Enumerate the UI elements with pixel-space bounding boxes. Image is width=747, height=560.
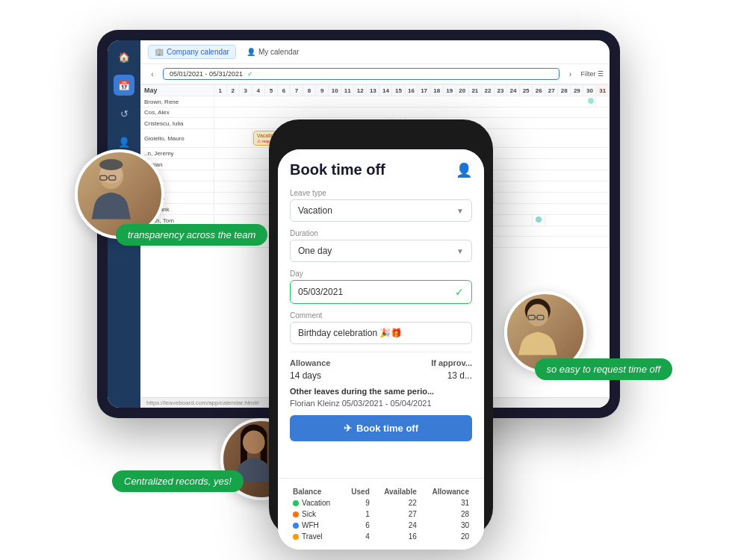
allowance-values: 14 days 13 d... <box>290 370 472 381</box>
woman-silhouette <box>507 294 568 355</box>
phone: Book time off 👤 Leave type Vacation ▼ Du… <box>269 119 493 538</box>
day-field: Day 05/03/2021 ✓ <box>290 270 472 304</box>
allowance-right: 13 d... <box>447 370 472 381</box>
leave-type-field: Leave type Vacation ▼ <box>290 189 472 222</box>
duration-field: Duration One day ▼ <box>290 229 472 262</box>
my-cal-label: My calendar <box>258 48 299 56</box>
other-leaves-label: Other leaves during the same perio... <box>290 387 472 396</box>
balance-row: Sick 1 27 28 <box>290 508 472 520</box>
duration-arrow: ▼ <box>456 247 464 255</box>
company-cal-icon: 🏢 <box>155 48 164 56</box>
svg-point-14 <box>243 431 265 454</box>
day-input[interactable]: 05/03/2021 ✓ <box>290 280 472 304</box>
col-used: Used <box>343 486 373 497</box>
range-check: ✓ <box>247 70 253 78</box>
user-avatar-icon: 👤 <box>456 162 472 178</box>
col-allowance: Allowance <box>420 486 472 497</box>
balance-table: Balance Used Available Allowance Vacatio… <box>290 486 472 542</box>
sidebar-calendar-icon[interactable]: 📅 <box>114 75 134 96</box>
col-available: Available <box>373 486 420 497</box>
balance-row: Vacation 9 22 31 <box>290 497 472 508</box>
svg-point-2 <box>99 159 123 170</box>
allowance-header-right: If approv... <box>431 358 472 367</box>
book-time-off-form: Book time off 👤 Leave type Vacation ▼ Du… <box>278 149 484 478</box>
phone-notch <box>347 130 415 148</box>
balance-section: Balance Used Available Allowance Vacatio… <box>278 478 484 550</box>
day-label: Day <box>290 270 472 278</box>
other-leaves-detail: Florian Kleinz 05/03/2021 - 05/04/2021 <box>290 399 472 408</box>
my-calendar-tab[interactable]: 👤 My calendar <box>241 46 305 58</box>
month-label: May <box>141 85 214 96</box>
my-cal-icon: 👤 <box>247 48 255 56</box>
callout-centralized: Centralized records, yes! <box>112 470 244 492</box>
leave-type-label: Leave type <box>290 189 472 197</box>
duration-value: One day <box>298 246 332 256</box>
comment-field: Comment Birthday celebration 🎉🎁 <box>290 311 472 344</box>
table-row: Brown, Rene <box>141 96 610 108</box>
callout-transparency: transparency across the team <box>116 224 267 246</box>
comment-value: Birthday celebration 🎉🎁 <box>298 328 402 338</box>
book-btn-icon: ✈ <box>344 423 352 434</box>
allowance-header-left: Allowance <box>290 358 330 367</box>
sidebar-history-icon[interactable]: ↺ <box>114 103 134 124</box>
form-title: Book time off 👤 <box>290 161 472 178</box>
allowance-header: Allowance If approv... <box>290 358 472 367</box>
balance-row: WFH 6 24 30 <box>290 520 472 531</box>
phone-status-bar <box>278 128 484 149</box>
date-range[interactable]: 05/01/2021 - 05/31/2021 ✓ <box>163 68 560 80</box>
duration-label: Duration <box>290 229 472 237</box>
table-row: Cos, Alex <box>141 108 610 118</box>
prev-month-btn[interactable]: ‹ <box>146 68 158 80</box>
comment-label: Comment <box>290 311 472 320</box>
callout-easy: so easy to request time off <box>535 358 672 380</box>
allowance-left: 14 days <box>290 370 321 381</box>
next-month-btn[interactable]: › <box>564 68 576 80</box>
book-time-off-button[interactable]: ✈ Book time off <box>290 415 472 441</box>
leave-type-arrow: ▼ <box>456 207 464 215</box>
phone-screen: Book time off 👤 Leave type Vacation ▼ Du… <box>278 149 484 550</box>
comment-input[interactable]: Birthday celebration 🎉🎁 <box>290 322 472 344</box>
duration-input[interactable]: One day ▼ <box>290 240 472 262</box>
calendar-header: ‹ 05/01/2021 - 05/31/2021 ✓ › Filter ☰ <box>140 64 610 84</box>
leave-type-value: Vacation <box>298 205 332 216</box>
day-value: 05/03/2021 <box>298 287 343 297</box>
balance-row: Travel 4 16 20 <box>290 531 472 542</box>
filter-btn[interactable]: Filter ☰ <box>580 70 604 78</box>
day-check-icon: ✓ <box>455 286 464 298</box>
top-nav: 🏢 Company calendar 👤 My calendar <box>140 40 610 64</box>
company-cal-label: Company calendar <box>167 48 229 56</box>
range-text: 05/01/2021 - 05/31/2021 <box>170 70 243 78</box>
sidebar-home-icon[interactable]: 🏠 <box>114 46 134 67</box>
allowance-section: Allowance If approv... 14 days 13 d... <box>290 352 472 381</box>
col-balance: Balance <box>290 486 343 497</box>
book-btn-label: Book time off <box>356 423 418 434</box>
man-silhouette <box>78 152 145 220</box>
company-calendar-tab[interactable]: 🏢 Company calendar <box>148 45 236 59</box>
leave-type-input[interactable]: Vacation ▼ <box>290 199 472 222</box>
